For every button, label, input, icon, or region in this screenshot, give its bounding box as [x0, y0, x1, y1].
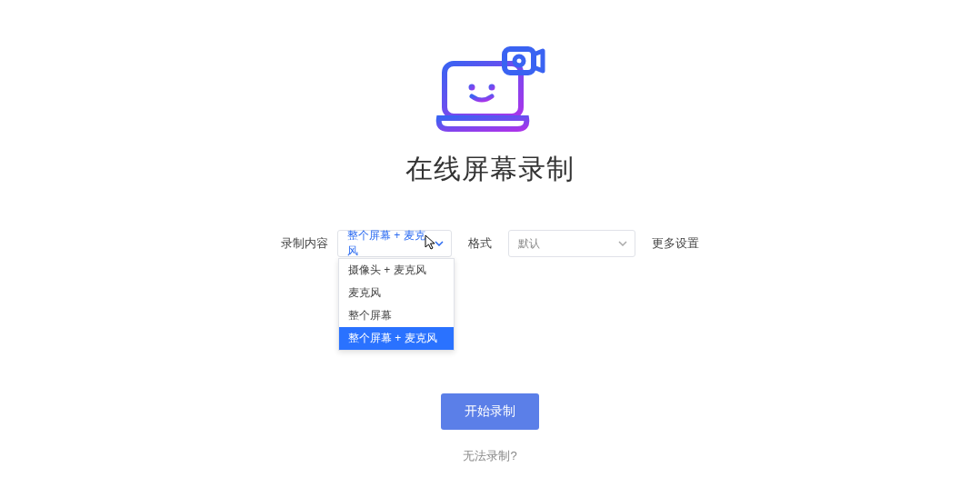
- svg-point-1: [469, 84, 475, 91]
- svg-point-2: [489, 84, 495, 91]
- format-label: 格式: [468, 235, 492, 252]
- dropdown-item[interactable]: 麦克风: [339, 282, 454, 304]
- content-select-value: 整个屏幕 + 麦克风: [347, 228, 435, 259]
- controls-row: 录制内容 整个屏幕 + 麦克风 摄像头 + 麦克风麦克风整个屏幕整个屏幕 + 麦…: [281, 230, 699, 257]
- format-select[interactable]: 默认: [508, 230, 635, 257]
- more-settings-link[interactable]: 更多设置: [652, 235, 699, 252]
- svg-point-4: [515, 56, 524, 65]
- chevron-down-icon: [435, 239, 444, 248]
- page-title: 在线屏幕录制: [405, 151, 575, 188]
- start-record-button[interactable]: 开始录制: [441, 393, 539, 430]
- help-link[interactable]: 无法录制?: [463, 448, 516, 464]
- dropdown-item[interactable]: 整个屏幕 + 麦克风: [339, 327, 454, 350]
- content-group: 录制内容 整个屏幕 + 麦克风 摄像头 + 麦克风麦克风整个屏幕整个屏幕 + 麦…: [281, 230, 452, 257]
- dropdown-item[interactable]: 整个屏幕: [339, 304, 454, 327]
- chevron-down-icon: [618, 239, 627, 248]
- app-logo-icon: [426, 44, 554, 134]
- format-select-value: 默认: [518, 236, 540, 252]
- content-dropdown: 摄像头 + 麦克风麦克风整个屏幕整个屏幕 + 麦克风: [338, 258, 455, 351]
- content-label: 录制内容: [281, 235, 328, 252]
- content-select[interactable]: 整个屏幕 + 麦克风 摄像头 + 麦克风麦克风整个屏幕整个屏幕 + 麦克风: [337, 230, 452, 257]
- main-container: 在线屏幕录制 录制内容 整个屏幕 + 麦克风 摄像头 + 麦克风麦克风整个屏幕整…: [0, 0, 980, 464]
- dropdown-item[interactable]: 摄像头 + 麦克风: [339, 259, 454, 282]
